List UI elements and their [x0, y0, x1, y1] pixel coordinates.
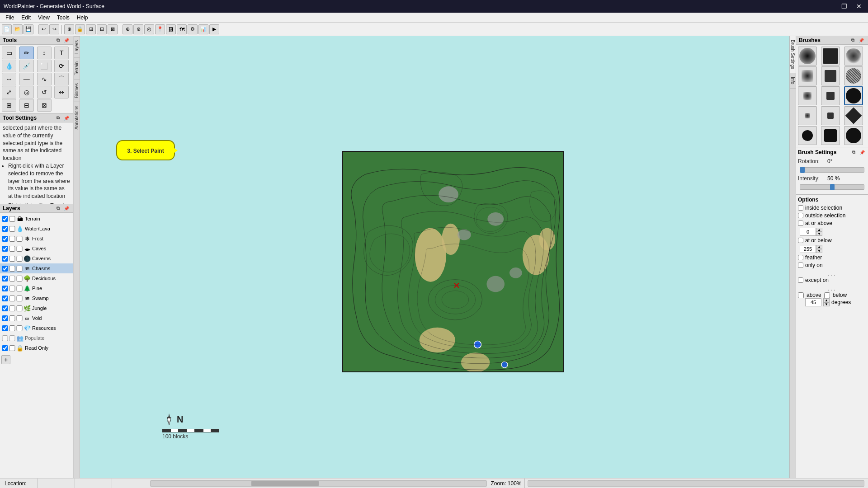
brushes-float-btn[interactable]: ⧉	[850, 37, 856, 43]
layer-cb2-jungle[interactable]	[9, 305, 15, 311]
layer-cb1-waterlava[interactable]	[2, 226, 8, 232]
layers-pin-btn[interactable]: 📌	[62, 205, 71, 211]
layer-row-pine[interactable]: 🌲 Pine	[0, 283, 73, 293]
layer-row-waterlava[interactable]: 💧 Water/Lava	[0, 224, 73, 234]
toolbar-btn12[interactable]: ⚙	[188, 24, 198, 34]
opt-degrees-input[interactable]	[805, 298, 821, 306]
layer-row-void[interactable]: ∞ Void	[0, 313, 73, 323]
ts-float-btn[interactable]: ⧉	[55, 115, 61, 121]
tool-move[interactable]: ↕	[37, 47, 52, 59]
toolbar-btn9[interactable]: 📍	[155, 24, 165, 34]
bs-float-btn[interactable]: ⧉	[851, 149, 857, 155]
opt-above-value-input[interactable]	[800, 228, 816, 236]
layer-cb1-swamp[interactable]	[2, 296, 8, 301]
toolbar-redo[interactable]: ↪	[49, 24, 59, 34]
toolbar-btn3[interactable]: ⊞	[86, 24, 96, 34]
tools-pin-btn[interactable]: 📌	[62, 37, 71, 43]
layer-cb3-swamp[interactable]	[16, 296, 23, 301]
layer-cb2-populate[interactable]	[9, 335, 15, 341]
opt-except-on-cb[interactable]	[798, 277, 803, 283]
layer-cb3-jungle[interactable]	[16, 305, 23, 311]
ts-pin-btn[interactable]: 📌	[62, 115, 71, 121]
opt-outside-selection-cb[interactable]	[798, 213, 803, 218]
brush-textured[interactable]	[844, 66, 863, 85]
brush-hard-md[interactable]	[821, 66, 840, 85]
map-area[interactable]: 3. Select Paint	[80, 36, 789, 478]
layer-row-caves[interactable]: 🕳 Caves	[0, 244, 73, 253]
layer-cb2-readonly[interactable]	[9, 345, 15, 351]
opt-degrees-down[interactable]: ▼	[823, 302, 830, 306]
opt-above-down[interactable]: ▼	[816, 232, 822, 236]
toolbar-btn11[interactable]: 🗺	[177, 24, 187, 34]
menu-edit[interactable]: Edit	[18, 14, 34, 22]
layer-cb1-pine[interactable]	[2, 286, 8, 291]
layer-cb2-frost[interactable]	[9, 236, 15, 242]
tool-rotate2[interactable]: ↺	[37, 86, 52, 99]
layer-row-chasms[interactable]: ≋ Chasms	[0, 263, 73, 273]
layer-cb2-void[interactable]	[9, 315, 15, 321]
menu-tools[interactable]: Tools	[53, 14, 73, 22]
toolbar-btn7[interactable]: ⊗	[133, 24, 143, 34]
tool-flip[interactable]: ↭	[54, 86, 69, 99]
layer-cb2-deciduous[interactable]	[9, 276, 15, 282]
add-layer-button[interactable]: +	[1, 355, 10, 364]
toolbar-btn10[interactable]: 🖼	[166, 24, 176, 34]
side-tab-terrain[interactable]: Terrain	[74, 57, 80, 79]
toolbar-btn6[interactable]: ⊕	[123, 24, 132, 34]
layer-cb1-caves[interactable]	[2, 246, 8, 252]
toolbar-btn2[interactable]: 🔒	[75, 24, 85, 34]
brushes-pin-btn[interactable]: 📌	[857, 37, 865, 43]
tool-rotate[interactable]: ⟳	[54, 60, 69, 72]
layer-row-caverns[interactable]: 🌑 Caverns	[0, 253, 73, 263]
layer-cb1-caverns[interactable]	[2, 256, 8, 262]
toolbar-btn4[interactable]: ⊟	[97, 24, 107, 34]
layer-cb2-resources[interactable]	[9, 325, 15, 331]
layer-cb3-frost[interactable]	[16, 236, 23, 242]
toolbar-btn13[interactable]: 📊	[198, 24, 208, 34]
layer-cb3-deciduous[interactable]	[16, 276, 23, 282]
opt-degrees-up[interactable]: ▲	[823, 298, 830, 302]
brush-small-hard[interactable]	[821, 86, 840, 105]
maximize-button[interactable]: ❐	[839, 2, 850, 11]
opt-above-up[interactable]: ▲	[816, 228, 822, 232]
layer-cb2-pine[interactable]	[9, 286, 15, 291]
toolbar-new[interactable]: 📄	[2, 24, 12, 34]
brush-big-black[interactable]	[844, 86, 863, 105]
tool-nudge[interactable]: ↔	[2, 73, 16, 85]
opt-below-value-input[interactable]	[800, 245, 816, 253]
tool-grid[interactable]: ⊞	[2, 99, 16, 112]
toolbar-btn14[interactable]: ▶	[209, 24, 219, 34]
tool-smooth[interactable]: ⌒	[54, 73, 69, 85]
brush-star[interactable]	[844, 47, 863, 66]
toolbar-save[interactable]: 💾	[24, 24, 33, 34]
brush-tiny-hard[interactable]	[821, 106, 840, 125]
brush-tiny-soft[interactable]	[798, 106, 817, 125]
side-tab-annotations[interactable]: Annotations	[74, 102, 80, 133]
layer-cb3-resources[interactable]	[16, 325, 23, 331]
layer-row-readonly[interactable]: 🔒 Read Only	[0, 343, 73, 353]
tool-eyedrop[interactable]: 💉	[19, 60, 34, 72]
brush-soft-md[interactable]	[798, 66, 817, 85]
tool-erase[interactable]: ⬜	[37, 60, 52, 72]
opt-feather-cb[interactable]	[798, 255, 803, 260]
layer-cb3-caverns[interactable]	[16, 256, 23, 262]
menu-file[interactable]: File	[2, 14, 18, 22]
layer-row-populate[interactable]: 👥 Populate	[0, 333, 73, 343]
layer-row-terrain[interactable]: 🏔 Terrain	[0, 214, 73, 224]
layer-cb1-populate[interactable]	[2, 335, 8, 341]
zoom-scrollbar[interactable]	[528, 480, 864, 487]
rotation-slider[interactable]	[800, 167, 864, 173]
layer-cb1-jungle[interactable]	[2, 305, 8, 311]
close-button[interactable]: ✕	[854, 2, 864, 11]
brush-hard-lg[interactable]	[821, 47, 840, 66]
tool-circle[interactable]: ◎	[19, 86, 34, 99]
layer-cb1-terrain[interactable]	[2, 216, 8, 222]
opt-inside-selection-cb[interactable]	[798, 205, 803, 211]
opt-below-up[interactable]: ▲	[816, 245, 822, 249]
opt-below-cb[interactable]	[824, 292, 830, 298]
layer-cb3-caves[interactable]	[16, 246, 23, 252]
tools-float-btn[interactable]: ⧉	[55, 37, 61, 43]
layer-row-deciduous[interactable]: 🌳 Deciduous	[0, 273, 73, 283]
tool-flood[interactable]: 💧	[2, 60, 16, 72]
layers-float-btn[interactable]: ⧉	[55, 205, 61, 211]
